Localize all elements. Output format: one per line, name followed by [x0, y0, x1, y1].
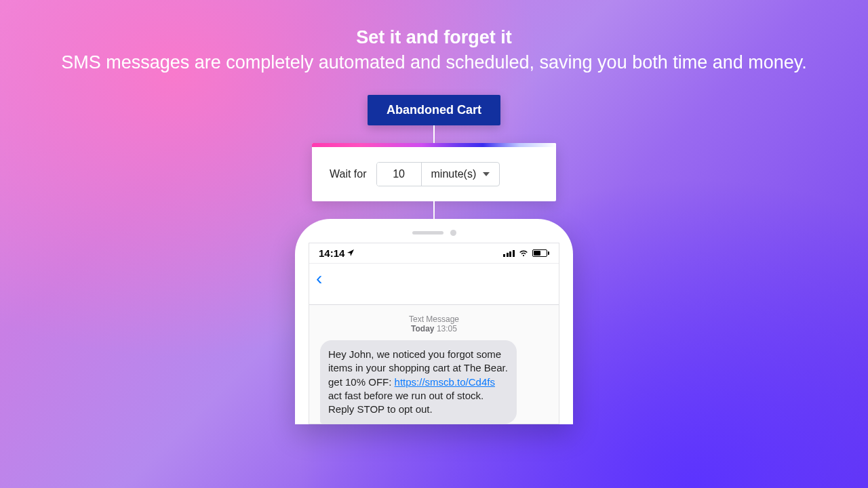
battery-icon — [532, 249, 550, 257]
messages-navbar: ‹ — [309, 263, 559, 305]
sms-text-after-link: act fast before we run out of stock. Rep… — [328, 390, 484, 415]
wait-duration-input[interactable] — [377, 163, 422, 186]
hero-subtitle: SMS messages are completely automated an… — [61, 51, 807, 75]
wait-unit-label: minute(s) — [431, 168, 477, 180]
status-time: 14:14 — [319, 247, 344, 259]
chevron-down-icon — [483, 172, 490, 176]
phone-mockup: 14:14 ‹ Text — [295, 219, 573, 424]
flow-connector — [433, 125, 435, 143]
flow-connector — [433, 201, 435, 219]
trigger-badge[interactable]: Abandoned Cart — [368, 95, 500, 125]
phone-notch — [412, 230, 456, 236]
thread-header-time: 13:05 — [437, 324, 457, 333]
cell-signal-icon — [503, 250, 515, 257]
location-icon — [347, 249, 354, 258]
wifi-icon — [519, 247, 528, 259]
thread-header-type: Text Message — [309, 314, 559, 324]
wait-label: Wait for — [330, 168, 367, 180]
sms-link[interactable]: https://smscb.to/Cd4fs — [395, 376, 495, 388]
phone-screen: 14:14 ‹ Text — [309, 243, 559, 424]
thread-header: Text Message Today 13:05 — [309, 305, 559, 340]
wait-unit-select[interactable]: minute(s) — [422, 163, 500, 186]
hero-title: Set it and forget it — [61, 27, 807, 48]
status-bar: 14:14 — [309, 243, 559, 263]
back-icon[interactable]: ‹ — [316, 268, 322, 289]
phone-camera-dot — [450, 230, 456, 236]
wait-input-group: minute(s) — [376, 162, 500, 186]
wait-step-card: Wait for minute(s) — [312, 143, 556, 201]
thread-header-day: Today — [411, 324, 434, 333]
sms-bubble: Hey John, we noticed you forgot some ite… — [320, 340, 517, 424]
automation-flow: Abandoned Cart Wait for minute(s) 14:14 — [295, 95, 573, 424]
phone-speaker — [412, 231, 443, 235]
hero-header: Set it and forget it SMS messages are co… — [61, 27, 807, 75]
